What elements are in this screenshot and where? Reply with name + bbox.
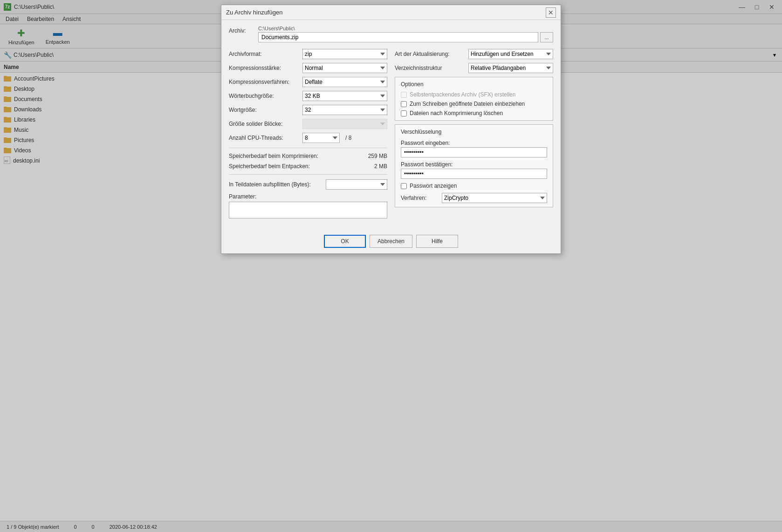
options-box: Optionen Selbstentpackendes Archiv (SFX)… [395,77,553,121]
dialog-body: Archiv: C:\Users\Public\ ... Archivforma… [221,20,561,225]
archivformat-select[interactable]: zip 7z tar [302,49,387,59]
sfx-checkbox[interactable] [401,92,407,98]
sfx-row: Selbstentpackendes Archiv (SFX) erstelle… [401,91,547,98]
woerterbuchgroesse-select[interactable]: 4 KB 8 KB 16 KB 32 KB 64 KB [302,91,387,101]
cpu-row: Anzahl CPU-Threads: 8 / 8 [229,133,387,143]
left-col: Archivformat: zip 7z tar Kompressionsstä… [229,49,387,220]
encryption-box: Verschlüsselung Passwort eingeben: Passw… [395,124,553,207]
schreiben-row: Zum Schreiben geöffnete Dateien einbezie… [401,101,547,107]
parameter-input[interactable] [229,202,387,218]
speicher-komprimieren-row: Speicherbedarf beim Komprimieren: 259 MB [229,153,387,159]
schreiben-label: Zum Schreiben geöffnete Dateien einbezie… [410,101,525,107]
verzeichnisstruktur-label: Verzeichnisstruktur [395,65,465,71]
archivformat-label: Archivformat: [229,51,299,57]
cpu-select[interactable]: 8 [302,133,340,143]
archive-path-area: C:\Users\Public\ ... [258,26,553,42]
wortgroesse-label: Wortgröße: [229,107,299,113]
split-label: In Teildateien aufspllitten (Bytes): [229,181,322,188]
kompressionstaerke-select[interactable]: Speichern Schnellste Schnell Normal Maxi… [302,63,387,73]
options-title: Optionen [401,81,547,88]
parameter-section: Parameter: [229,193,387,220]
archivformat-row: Archivformat: zip 7z tar [229,49,387,59]
show-password-checkbox[interactable] [401,183,407,189]
verfahren-select[interactable]: ZipCrypto AES-256 [442,193,547,203]
password-enter-section: Passwort eingeben: [401,140,547,157]
dialog-buttons: OK Abbrechen Hilfe [221,229,561,253]
archive-label: Archiv: [229,26,254,34]
parameter-label: Parameter: [229,193,387,200]
add-archive-dialog: Zu Archiv hinzufügen ✕ Archiv: C:\Users\… [221,5,561,254]
password-confirm-label: Passwort bestätigen: [401,161,547,168]
speicher-komprimieren-label: Speicherbedarf beim Komprimieren: [229,153,356,159]
archive-path-input-row: ... [258,32,553,42]
kompressionstaerke-row: Kompressionsstärke: Speichern Schnellste… [229,63,387,73]
show-password-label: Passwort anzeigen [410,183,457,189]
browse-button[interactable]: ... [540,32,553,42]
password-enter-input[interactable] [401,147,547,157]
right-col: Art der Aktualisierung: Hinzufügen und E… [395,49,553,220]
verzeichnisstruktur-select[interactable]: Keine Pfade Relative Pfadangaben Absolut… [468,63,553,73]
kompressionsverfahren-label: Kompressionsverfahren: [229,79,299,85]
two-col: Archivformat: zip 7z tar Kompressionsstä… [229,49,553,220]
encryption-title: Verschlüsselung [401,129,547,135]
groesse-solider-select [302,119,387,129]
split-select[interactable] [326,179,387,190]
wortgroesse-row: Wortgröße: 8 16 32 64 [229,105,387,115]
sfx-label: Selbstentpackendes Archiv (SFX) erstelle… [410,91,515,98]
woerterbuchgroesse-label: Wörterbuchgröße: [229,93,299,99]
cancel-button[interactable]: Abbrechen [370,235,412,248]
kompressionsverfahren-row: Kompressionsverfahren: Deflate Deflate64… [229,77,387,87]
schreiben-checkbox[interactable] [401,101,407,107]
art-aktualisierung-label: Art der Aktualisierung: [395,51,465,57]
woerterbuchgroesse-row: Wörterbuchgröße: 4 KB 8 KB 16 KB 32 KB 6… [229,91,387,101]
ok-button[interactable]: OK [324,235,366,248]
archive-path-small: C:\Users\Public\ [258,26,553,31]
verzeichnisstruktur-row: Verzeichnisstruktur Keine Pfade Relative… [395,63,553,73]
dialog-title: Zu Archiv hinzufügen [226,9,282,16]
speicher-entpacken-label: Speicherbedarf beim Entpacken: [229,163,356,170]
speicher-entpacken-value: 2 MB [359,163,387,170]
speicher-komprimieren-value: 259 MB [359,153,387,159]
kompressionsverfahren-select[interactable]: Deflate Deflate64 BZip2 LZMA [302,77,387,87]
groesse-solider-label: Größe solider Blöcke: [229,121,299,127]
art-aktualisierung-row: Art der Aktualisierung: Hinzufügen und E… [395,49,553,59]
art-aktualisierung-select[interactable]: Hinzufügen und Ersetzen Aktualisieren un… [468,49,553,59]
loeschen-checkbox[interactable] [401,110,407,116]
verfahren-row: Verfahren: ZipCrypto AES-256 [401,193,547,203]
dialog-close-button[interactable]: ✕ [546,7,556,18]
password-confirm-section: Passwort bestätigen: [401,161,547,179]
archive-path-input[interactable] [258,32,538,42]
archive-row: Archiv: C:\Users\Public\ ... [229,26,553,42]
split-row: In Teildateien aufspllitten (Bytes): [229,179,387,190]
password-confirm-input[interactable] [401,169,547,179]
show-password-row: Passwort anzeigen [401,183,547,189]
password-enter-label: Passwort eingeben: [401,140,547,146]
kompressionstaerke-label: Kompressionsstärke: [229,65,299,71]
dialog-title-bar: Zu Archiv hinzufügen ✕ [221,5,561,20]
groesse-solider-row: Größe solider Blöcke: [229,119,387,129]
verfahren-label: Verfahren: [401,195,438,201]
wortgroesse-select[interactable]: 8 16 32 64 [302,105,387,115]
cpu-suffix: / 8 [345,135,351,141]
loeschen-row: Dateien nach Komprimierung löschen [401,110,547,116]
speicher-entpacken-row: Speicherbedarf beim Entpacken: 2 MB [229,163,387,170]
help-button[interactable]: Hilfe [416,235,458,248]
loeschen-label: Dateien nach Komprimierung löschen [410,110,503,116]
cpu-label: Anzahl CPU-Threads: [229,135,299,141]
dialog-overlay: Zu Archiv hinzufügen ✕ Archiv: C:\Users\… [0,0,782,532]
